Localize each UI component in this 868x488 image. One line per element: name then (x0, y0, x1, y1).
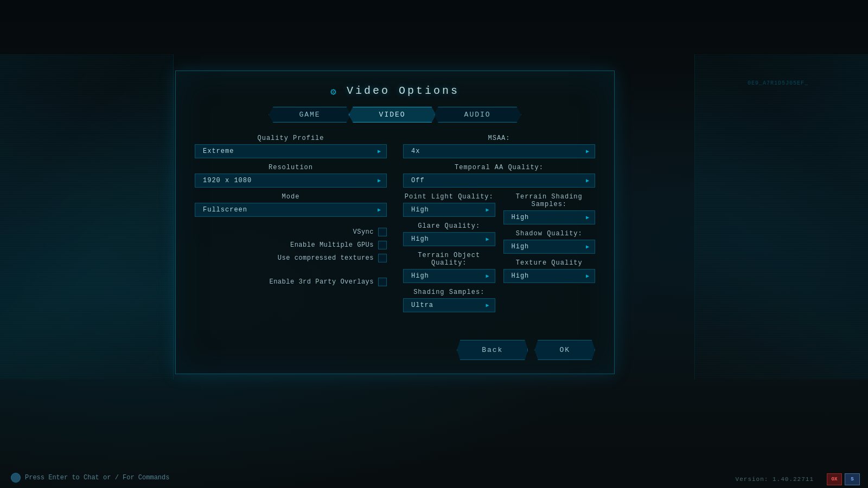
glare-quality-group: Glare Quality: High ▶ (403, 222, 495, 246)
compressed-textures-label: Use compressed textures (278, 254, 374, 262)
video-options-dialog: ⚙ Video Options GAME VIDEO AUDIO Quality… (175, 70, 615, 374)
terrain-shading-samples-value: High (512, 214, 529, 221)
oxide-logo: OX (827, 473, 842, 485)
mode-value: Fullscreen (203, 206, 247, 214)
temporal-aa-label: Temporal AA Quality: (403, 164, 595, 171)
multiple-gpus-row: Enable Multiple GPUs (195, 241, 387, 249)
third-party-overlays-row: Enable 3rd Party Overlays (195, 278, 387, 286)
shadow-quality-control[interactable]: High ▶ (503, 240, 596, 254)
shading-samples-group: Shading Samples: Ultra ▶ (403, 288, 495, 312)
multiple-gpus-checkbox[interactable] (378, 241, 387, 249)
msaa-arrow: ▶ (586, 148, 589, 155)
resolution-control[interactable]: 1920 x 1080 ▶ (195, 174, 387, 188)
point-light-quality-value: High (411, 206, 429, 214)
logo-area: OX S (827, 473, 860, 485)
tab-bar: GAME VIDEO AUDIO (195, 107, 595, 123)
terrain-shading-samples-group: Terrain Shading Samples: High ▶ (503, 193, 596, 224)
terrain-shading-samples-control[interactable]: High ▶ (503, 210, 596, 224)
temporal-aa-control[interactable]: Off ▶ (403, 174, 595, 188)
dialog-title: Video Options (347, 85, 459, 97)
options-grid: Quality Profile Extreme ▶ Resolution 192… (195, 134, 595, 318)
mode-group: Mode Fullscreen ▶ (195, 193, 387, 217)
chat-prompt-text: Press Enter to Chat or / For Commands (25, 474, 169, 481)
resolution-label: Resolution (195, 164, 387, 171)
shading-samples-control[interactable]: Ultra ▶ (403, 298, 495, 312)
shading-samples-value: Ultra (411, 301, 433, 309)
texture-quality-group: Texture Quality High ▶ (503, 259, 596, 283)
tab-audio[interactable]: AUDIO (434, 107, 521, 123)
left-column: Quality Profile Extreme ▶ Resolution 192… (195, 134, 387, 318)
resolution-arrow: ▶ (378, 177, 381, 184)
right-right-subcolumn: Terrain Shading Samples: High ▶ Shadow Q… (503, 193, 596, 318)
compressed-textures-checkbox[interactable] (378, 254, 387, 262)
ok-button[interactable]: OK (534, 340, 595, 360)
terrain-object-quality-label: Terrain Object Quality: (403, 252, 495, 267)
glare-quality-label: Glare Quality: (403, 222, 495, 230)
shadow-quality-value: High (512, 243, 529, 251)
mode-label: Mode (195, 193, 387, 201)
corner-code: 0E9_A7R1D5J05EF_ (748, 80, 808, 86)
msaa-control[interactable]: 4x ▶ (403, 144, 595, 158)
vsync-checkbox[interactable] (378, 228, 387, 236)
resolution-value: 1920 x 1080 (203, 177, 252, 184)
chat-icon (11, 473, 21, 483)
msaa-value: 4x (411, 147, 420, 155)
button-row: Back OK (457, 340, 595, 360)
right-column: MSAA: 4x ▶ Temporal AA Quality: Off ▶ (403, 134, 595, 318)
texture-quality-label: Texture Quality (503, 259, 596, 267)
shading-samples-arrow: ▶ (486, 302, 489, 309)
right-left-subcolumn: Point Light Quality: High ▶ Glare Qualit… (403, 193, 495, 318)
temporal-aa-group: Temporal AA Quality: Off ▶ (403, 164, 595, 188)
compressed-textures-row: Use compressed textures (195, 254, 387, 262)
shadow-quality-group: Shadow Quality: High ▶ (503, 230, 596, 254)
msaa-group: MSAA: 4x ▶ (403, 134, 595, 158)
quality-profile-arrow: ▶ (378, 148, 381, 155)
texture-quality-value: High (512, 272, 529, 280)
right-panel-bg (694, 54, 868, 380)
left-panel-bg (0, 54, 174, 380)
quality-profile-control[interactable]: Extreme ▶ (195, 144, 387, 158)
vsync-row: VSync (195, 228, 387, 236)
quality-profile-value: Extreme (203, 147, 234, 155)
point-light-quality-control[interactable]: High ▶ (403, 203, 495, 217)
vsync-label: VSync (353, 228, 374, 236)
texture-quality-arrow: ▶ (586, 273, 589, 279)
glare-quality-arrow: ▶ (486, 236, 489, 242)
shadow-quality-label: Shadow Quality: (503, 230, 596, 237)
glare-quality-control[interactable]: High ▶ (403, 232, 495, 246)
tab-video[interactable]: VIDEO (349, 107, 436, 123)
tab-game[interactable]: GAME (269, 107, 350, 123)
glare-quality-value: High (411, 235, 429, 243)
texture-quality-control[interactable]: High ▶ (503, 269, 596, 283)
terrain-shading-samples-arrow: ▶ (586, 214, 589, 221)
chat-prompt-bar: Press Enter to Chat or / For Commands (11, 473, 169, 483)
back-button[interactable]: Back (457, 340, 528, 360)
terrain-object-quality-control[interactable]: High ▶ (403, 269, 495, 283)
resolution-group: Resolution 1920 x 1080 ▶ (195, 164, 387, 188)
terrain-object-quality-arrow: ▶ (486, 273, 489, 279)
terrain-object-quality-group: Terrain Object Quality: High ▶ (403, 252, 495, 283)
quality-profile-label: Quality Profile (195, 134, 387, 142)
terrain-object-quality-value: High (411, 272, 429, 280)
msaa-label: MSAA: (403, 134, 595, 142)
shadow-quality-arrow: ▶ (586, 243, 589, 250)
mode-control[interactable]: Fullscreen ▶ (195, 203, 387, 217)
settings-icon: ⚙ (330, 86, 341, 97)
dialog-title-row: ⚙ Video Options (195, 85, 595, 97)
shading-samples-label: Shading Samples: (403, 288, 495, 296)
mode-arrow: ▶ (378, 207, 381, 213)
s-logo: S (845, 473, 860, 485)
point-light-quality-group: Point Light Quality: High ▶ (403, 193, 495, 217)
point-light-quality-label: Point Light Quality: (403, 193, 495, 201)
temporal-aa-arrow: ▶ (586, 177, 589, 184)
third-party-overlays-label: Enable 3rd Party Overlays (269, 278, 374, 286)
third-party-overlays-checkbox[interactable] (378, 278, 387, 286)
terrain-shading-samples-label: Terrain Shading Samples: (503, 193, 596, 208)
multiple-gpus-label: Enable Multiple GPUs (290, 241, 374, 249)
version-text: Version: 1.40.22711 (736, 476, 814, 483)
temporal-aa-value: Off (411, 177, 425, 184)
quality-profile-group: Quality Profile Extreme ▶ (195, 134, 387, 158)
point-light-quality-arrow: ▶ (486, 207, 489, 213)
